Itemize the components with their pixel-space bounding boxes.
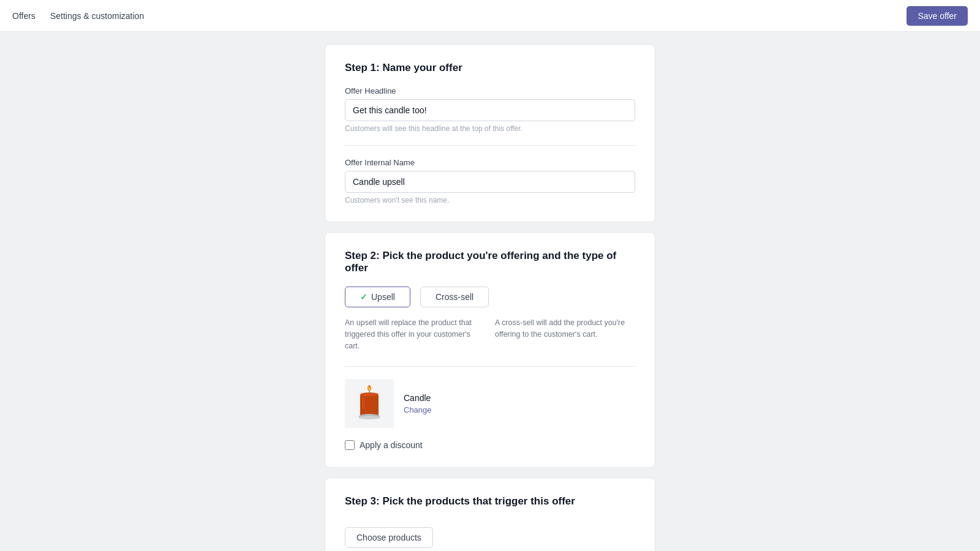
nav-links: Offers Settings & customization bbox=[12, 11, 144, 21]
step2-card: Step 2: Pick the product you're offering… bbox=[325, 232, 655, 468]
svg-rect-7 bbox=[362, 397, 365, 409]
step1-card: Step 1: Name your offer Offer Headline C… bbox=[325, 44, 655, 222]
svg-point-1 bbox=[369, 387, 371, 391]
main-content: Step 1: Name your offer Offer Headline C… bbox=[0, 0, 980, 551]
apply-discount-row: Apply a discount bbox=[345, 440, 635, 450]
crosssell-button[interactable]: Cross-sell bbox=[420, 287, 489, 307]
nav-settings[interactable]: Settings & customization bbox=[50, 11, 144, 21]
upsell-desc: An upsell will replace the product that … bbox=[345, 317, 485, 351]
step3-title: Step 3: Pick the products that trigger t… bbox=[345, 495, 635, 508]
offer-type-descriptions: An upsell will replace the product that … bbox=[345, 317, 635, 351]
save-offer-button[interactable]: Save offer bbox=[907, 6, 968, 26]
svg-point-6 bbox=[358, 416, 380, 419]
step3-card: Step 3: Pick the products that trigger t… bbox=[325, 478, 655, 551]
offer-internal-name-group: Offer Internal Name Customers won't see … bbox=[345, 158, 635, 204]
product-name: Candle bbox=[404, 393, 432, 403]
apply-discount-label[interactable]: Apply a discount bbox=[360, 440, 423, 450]
nav-offers[interactable]: Offers bbox=[12, 11, 36, 21]
offer-headline-input[interactable] bbox=[345, 99, 635, 121]
content-column: Step 1: Name your offer Offer Headline C… bbox=[325, 44, 655, 551]
top-navigation: Offers Settings & customization Save off… bbox=[0, 0, 980, 32]
check-icon: ✓ bbox=[360, 292, 368, 302]
apply-discount-checkbox[interactable] bbox=[345, 440, 355, 450]
offer-headline-group: Offer Headline Customers will see this h… bbox=[345, 86, 635, 133]
step1-title: Step 1: Name your offer bbox=[345, 62, 635, 74]
product-row: Candle Change bbox=[345, 379, 635, 428]
divider-1 bbox=[345, 145, 635, 146]
step2-title: Step 2: Pick the product you're offering… bbox=[345, 250, 635, 274]
choose-products-button[interactable]: Choose products bbox=[345, 527, 433, 548]
svg-point-4 bbox=[360, 392, 379, 396]
offer-headline-label: Offer Headline bbox=[345, 86, 635, 96]
upsell-label: Upsell bbox=[371, 292, 395, 302]
product-change-link[interactable]: Change bbox=[404, 405, 432, 414]
offer-headline-hint: Customers will see this headline at the … bbox=[345, 124, 635, 133]
crosssell-label: Cross-sell bbox=[435, 292, 473, 302]
offer-internal-name-label: Offer Internal Name bbox=[345, 158, 635, 167]
product-info: Candle Change bbox=[404, 393, 432, 414]
offer-internal-name-hint: Customers won't see this name. bbox=[345, 196, 635, 204]
offer-type-row: ✓ Upsell Cross-sell bbox=[345, 287, 635, 307]
crosssell-desc: A cross-sell will add the product you're… bbox=[495, 317, 635, 351]
candle-svg bbox=[348, 382, 391, 425]
divider-2 bbox=[345, 366, 635, 367]
offer-internal-name-input[interactable] bbox=[345, 171, 635, 193]
upsell-button[interactable]: ✓ Upsell bbox=[345, 287, 410, 307]
product-image bbox=[345, 379, 394, 428]
